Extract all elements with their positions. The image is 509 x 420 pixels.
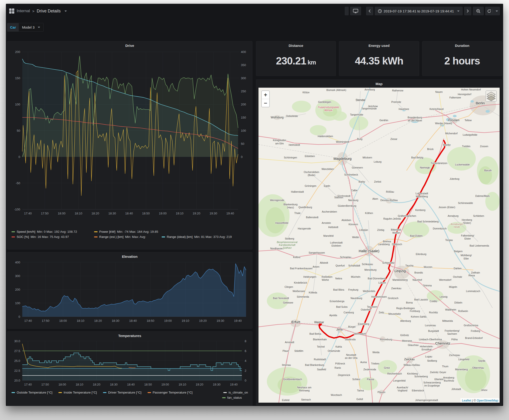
map-zoom-control: + − — [261, 90, 270, 107]
map-label: Treuenbrietzen — [431, 162, 447, 165]
map-label: Lutherstadt — [416, 192, 428, 195]
map-label: Wiehe — [322, 278, 329, 281]
zoom-out-button[interactable] — [473, 7, 484, 15]
duration-title[interactable]: Duration — [423, 41, 502, 49]
svg-text:250: 250 — [241, 90, 246, 93]
map-label: Jena — [336, 328, 343, 331]
legend-color-icon — [11, 236, 15, 237]
legend-item-fan_status[interactable]: fan_status — [222, 396, 242, 399]
dashboard-caret-icon[interactable] — [64, 11, 67, 12]
legend-item-Outside Temperature [°C][interactable]: Outside Temperature [°C] — [11, 391, 52, 394]
legend-item-Power [kW][interactable]: Power [kW] Min: -74 Max: 164 Avg: 19.85 — [94, 230, 158, 233]
distance-title[interactable]: Distance — [256, 41, 336, 49]
legend-item-Driver Temperature [°C][interactable]: Driver Temperature [°C] — [103, 391, 141, 394]
elevation-chart[interactable]: 17:4017:5018:0018:1018:2018:3018:4018:50… — [8, 259, 251, 325]
legend-item-Passenger Temperature [°C][interactable]: Passenger Temperature [°C] — [147, 391, 193, 394]
map-label: Elster — [464, 237, 471, 240]
map-label: Bad Belzig — [411, 156, 423, 159]
map-zoom-out-button[interactable]: − — [262, 99, 269, 107]
map-label: (Elster) — [463, 221, 471, 224]
refresh-icon — [487, 9, 491, 13]
map-layers-button[interactable] — [486, 90, 497, 102]
drive-panel-title[interactable]: Drive — [7, 41, 252, 49]
energy-stat-panel: Energy used 44.35 kWh — [339, 41, 419, 76]
map-panel-title[interactable]: Map — [256, 80, 502, 87]
map-label: Wermsdorf — [439, 278, 451, 281]
map-label: Kemberg — [415, 209, 425, 212]
map-label: Dommitzsch — [433, 227, 447, 230]
map-label: Auma — [360, 361, 367, 364]
osm-link[interactable]: OpenStreetMap — [477, 399, 498, 402]
map-label: Alsleben — [341, 219, 351, 221]
map-label: Wilkau-Haßlau — [403, 364, 420, 366]
drive-chart[interactable]: 17:4017:5018:0018:1018:2018:3018:4018:50… — [8, 49, 251, 218]
temperatures-chart[interactable]: 17:4017:5018:0018:1018:2018:3018:4018:50… — [8, 339, 251, 388]
breadcrumb-folder[interactable]: Internal — [17, 9, 30, 13]
map-label: Pausa — [367, 378, 374, 381]
map-label: Eilsleben — [305, 155, 315, 158]
map-label: Gröningen — [305, 184, 316, 187]
map-label: Eibenstock — [412, 389, 424, 392]
legend-color-icon — [103, 392, 107, 393]
map-label: Schkeuditz — [382, 261, 394, 264]
energy-title[interactable]: Energy used — [339, 41, 419, 49]
map-label: Stolberg — [285, 237, 294, 240]
legend-item-Inside Temperature [°C][interactable]: Inside Temperature [°C] — [58, 391, 97, 394]
time-forward-button[interactable] — [464, 7, 471, 15]
svg-text:200: 200 — [15, 288, 20, 291]
legend-label: Range (ideal) [km] — [167, 235, 193, 239]
svg-text:19:40: 19:40 — [234, 319, 242, 322]
map-label: Jessen (Elster) — [439, 206, 455, 209]
refresh-button[interactable] — [485, 7, 500, 15]
legend-item-is_climate_on[interactable]: is_climate_on — [223, 391, 248, 394]
svg-text:18:50: 18:50 — [144, 383, 152, 386]
svg-text:0: 0 — [241, 155, 243, 159]
map-label: Rathenow — [392, 89, 403, 92]
svg-text:0: 0 — [245, 379, 246, 382]
leaflet-link[interactable]: Leaflet — [462, 399, 471, 402]
map-label: Annaberg- — [443, 376, 455, 379]
legend-item-Range (est.) [km][interactable]: Range (est.) [km] Min: Max: Avg: — [94, 235, 162, 239]
map-label: Gebesee — [283, 301, 293, 304]
svg-text:19:30: 19:30 — [216, 319, 224, 322]
temperatures-panel-title[interactable]: Temperatures — [7, 332, 252, 339]
map-label: Bad Sulza — [336, 305, 348, 308]
map-label: Taucha — [405, 264, 413, 267]
svg-text:-100: -100 — [14, 208, 20, 211]
map-label: Olbernhau — [472, 367, 484, 369]
map-label: Delitzsch — [392, 243, 402, 246]
map-label: (Harz) — [287, 206, 294, 209]
time-back-button[interactable] — [366, 7, 373, 15]
drive-legend: Speed [km/h] Min: 0 Max: 192 Avg: 108.72… — [7, 229, 252, 239]
map-zoom-in-button[interactable]: + — [262, 91, 269, 99]
legend-label: Inside Temperature [°C] — [64, 391, 97, 394]
legend-item-Speed [km/h][interactable]: Speed [km/h] Min: 0 Max: 192 Avg: 108.72 — [11, 230, 94, 233]
svg-text:19:10: 19:10 — [182, 319, 189, 322]
map-label: Zossen — [480, 145, 488, 148]
map-label: Geyer — [439, 371, 446, 374]
legend-item-Range (ideal) [km][interactable]: Range (ideal) [km] Min: 81 Max: 373 Avg:… — [162, 235, 232, 239]
cycle-view-button[interactable] — [350, 7, 361, 15]
breadcrumb-separator-icon: > — [32, 9, 34, 13]
legend-item-SOC [%][interactable]: SOC [%] Min: 16 Max: 75 Avg: 43.97 — [11, 235, 94, 239]
map-label: Weida — [372, 351, 379, 354]
map-label: Raguhn-Jeßnitz — [383, 217, 401, 220]
time-range-picker[interactable]: 2019-07-19 17:36:41 to 2019-07-19 19:44:… — [375, 7, 463, 15]
svg-text:18:40: 18:40 — [127, 383, 135, 386]
map-label: Greiz — [384, 367, 390, 369]
map-label: Biosphärenreservat — [277, 241, 298, 244]
svg-text:50: 50 — [17, 129, 20, 132]
map-label: Schafstädt — [348, 264, 360, 267]
divider-button[interactable] — [345, 7, 348, 15]
dashboards-grid-icon[interactable] — [9, 8, 14, 14]
car-variable-dropdown[interactable]: Model 3 — [19, 23, 43, 31]
map-label: Frankenberg/ — [445, 329, 460, 332]
car-variable-label: Car — [7, 23, 19, 31]
map-label: Kahla — [335, 345, 342, 348]
svg-text:20.0: 20.0 — [14, 379, 20, 382]
elevation-panel-title[interactable]: Elevation — [7, 252, 252, 259]
map-canvas[interactable]: BerlinPotsdamMagdeburgHalle (Saale)Leipz… — [258, 88, 500, 403]
dashboard-title[interactable]: Drive Details — [37, 9, 61, 14]
map-label: Arnstein — [322, 221, 331, 224]
svg-text:18:00: 18:00 — [58, 212, 65, 215]
